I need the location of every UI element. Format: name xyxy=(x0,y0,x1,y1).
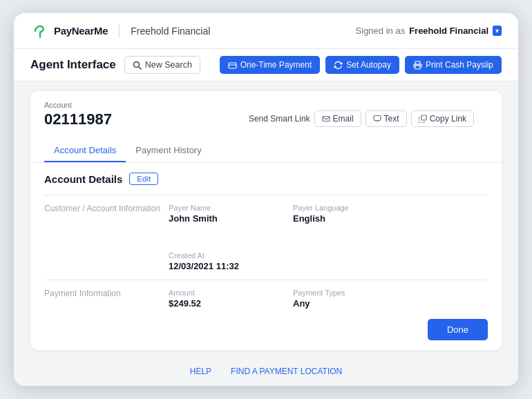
payer-language-field: Payer Language English xyxy=(293,204,390,224)
account-label: Account xyxy=(44,101,112,109)
amount-label: Amount xyxy=(169,289,265,297)
new-search-label: New Search xyxy=(145,60,192,70)
svg-rect-4 xyxy=(229,63,236,68)
new-search-button[interactable]: New Search xyxy=(124,56,200,74)
send-smart-link-area: Send Smart Link Email xyxy=(249,110,474,127)
email-label: Email xyxy=(333,114,354,124)
find-payment-location-link[interactable]: FIND A PAYMENT LOCATION xyxy=(231,367,342,376)
print-icon xyxy=(413,61,422,70)
payer-name-label: Payer Name xyxy=(169,204,265,212)
credit-card-icon xyxy=(228,61,237,70)
signed-in-prefix: Signed in as xyxy=(356,26,406,36)
card-header-row: Account 02111987 Send Smart Link Email xyxy=(44,101,488,135)
account-dropdown[interactable]: ▾ xyxy=(493,26,502,36)
signed-in-area: Signed in as Freehold Financial ▾ xyxy=(356,26,502,36)
svg-line-12 xyxy=(378,121,379,122)
logo-text: PayNearMe xyxy=(54,25,108,37)
copy-link-button[interactable]: Copy Link xyxy=(411,110,474,127)
payment-fields: Amount $249.52 Payment Types Any Payment… xyxy=(169,289,488,313)
agent-bar-left: Agent Interface New Search xyxy=(30,56,200,74)
smart-link-label: Send Smart Link xyxy=(249,114,310,124)
amount-field: Amount $249.52 xyxy=(169,289,265,309)
svg-rect-10 xyxy=(374,116,381,121)
svg-rect-7 xyxy=(415,66,420,69)
one-time-payment-button[interactable]: One-Time Payment xyxy=(220,56,321,74)
account-details-title: Account Details xyxy=(44,173,122,185)
svg-point-1 xyxy=(39,36,41,37)
paynearme-logo-icon xyxy=(30,21,50,41)
logo-divider xyxy=(119,24,120,38)
svg-line-11 xyxy=(376,121,377,122)
account-number: 02111987 xyxy=(44,110,112,128)
print-cash-payslip-label: Print Cash Payslip xyxy=(426,60,493,70)
payer-language-value: English xyxy=(293,213,390,224)
help-link[interactable]: HELP xyxy=(190,367,211,376)
payment-info-section: Payment Information Amount $249.52 Payme… xyxy=(44,280,488,313)
edit-button[interactable]: Edit xyxy=(129,173,158,185)
done-row: Done xyxy=(30,313,502,350)
signed-in-company: Freehold Financial xyxy=(409,26,488,36)
svg-rect-9 xyxy=(323,117,330,121)
payer-language-label: Payer Language xyxy=(293,204,390,212)
payment-types-label: Payment Types xyxy=(293,289,390,297)
copy-link-label: Copy Link xyxy=(430,114,466,124)
customer-info-section: Customer / Account Information Payer Nam… xyxy=(44,195,488,280)
payment-types-field: Payment Types Any xyxy=(293,289,390,309)
created-at-value: 12/03/2021 11:32 xyxy=(169,261,265,271)
logo-area: PayNearMe Freehold Financial xyxy=(30,21,210,41)
top-bar: PayNearMe Freehold Financial Signed in a… xyxy=(14,13,518,49)
payer-name-field: Payer Name John Smith xyxy=(169,204,265,224)
smart-link-buttons: Email Text xyxy=(314,110,474,127)
agent-title: Agent Interface xyxy=(30,58,116,72)
email-icon xyxy=(322,115,330,123)
main-content: Agent Interface New Search One-Time Paym… xyxy=(14,49,518,386)
set-autopay-button[interactable]: Set Autopay xyxy=(325,56,399,74)
print-cash-payslip-button[interactable]: Print Cash Payslip xyxy=(405,56,502,74)
header-company-name: Freehold Financial xyxy=(131,26,210,37)
repeat-icon xyxy=(334,61,343,70)
text-button[interactable]: Text xyxy=(365,110,407,127)
svg-line-3 xyxy=(139,67,141,69)
card-body: Account Details Edit Customer / Account … xyxy=(30,163,502,313)
email-button[interactable]: Email xyxy=(314,110,361,127)
agent-bar: Agent Interface New Search One-Time Paym… xyxy=(14,49,518,81)
logo: PayNearMe xyxy=(30,21,108,41)
account-card: Account 02111987 Send Smart Link Email xyxy=(30,91,502,350)
text-label: Text xyxy=(384,114,399,124)
set-autopay-label: Set Autopay xyxy=(346,60,391,70)
customer-fields: Payer Name John Smith Payer Language Eng… xyxy=(169,204,488,271)
created-at-label: Created At xyxy=(169,251,265,260)
search-icon xyxy=(133,61,142,70)
tabs: Account Details Payment History xyxy=(44,139,488,162)
section-title-row: Account Details Edit xyxy=(44,173,488,185)
customer-section-label: Customer / Account Information xyxy=(44,204,169,271)
footer: HELP FIND A PAYMENT LOCATION xyxy=(14,360,518,386)
payer-name-value: John Smith xyxy=(169,213,265,224)
copy-icon xyxy=(419,115,427,123)
payment-types-value: Any xyxy=(293,298,390,309)
tab-account-details[interactable]: Account Details xyxy=(44,139,126,162)
created-at-field: Created At 12/03/2021 11:32 xyxy=(169,251,265,271)
svg-point-2 xyxy=(133,61,139,67)
done-button[interactable]: Done xyxy=(428,319,488,340)
one-time-payment-label: One-Time Payment xyxy=(240,60,312,70)
agent-bar-right: One-Time Payment Set Autopay xyxy=(220,56,502,74)
payment-section-label: Payment Information xyxy=(44,289,169,313)
card-header: Account 02111987 Send Smart Link Email xyxy=(30,91,502,163)
account-info: Account 02111987 xyxy=(44,101,112,135)
amount-value: $249.52 xyxy=(169,298,265,309)
svg-rect-13 xyxy=(421,115,426,120)
text-icon xyxy=(373,115,381,123)
tab-payment-history[interactable]: Payment History xyxy=(126,139,211,162)
